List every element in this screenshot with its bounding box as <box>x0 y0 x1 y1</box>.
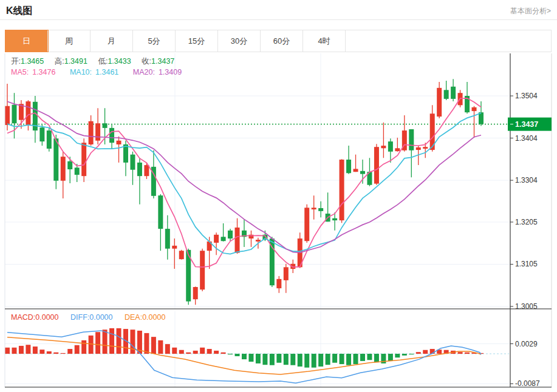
macd-hist-bar <box>256 354 261 363</box>
macd-hist-bar <box>402 354 407 356</box>
macd-hist-bar <box>39 350 44 354</box>
candle-body <box>256 240 261 242</box>
macd-hist-bar <box>172 348 177 354</box>
macd-hist-bar <box>248 354 253 362</box>
diff-value: 0.0000 <box>89 313 112 322</box>
macd-hist-bar <box>89 336 94 354</box>
candle-body <box>346 160 351 173</box>
macd-hist-bar <box>388 354 393 361</box>
candle-body <box>193 287 198 299</box>
candle-body <box>95 123 100 141</box>
macd-hist-bar <box>304 354 309 368</box>
macd-hist-bar <box>47 351 52 354</box>
ohlc-readout: 开:1.3465 高:1.3491 低:1.3433 收:1.3437 <box>11 56 183 67</box>
candle-body <box>228 231 233 238</box>
open-label: 开: <box>11 57 21 66</box>
close-value: 1.3437 <box>151 57 174 66</box>
candle-body <box>179 251 184 259</box>
candle-body <box>381 146 386 148</box>
candle-body <box>103 123 108 128</box>
axis-tick-label: 1.3105 <box>515 260 538 268</box>
candle-body <box>270 238 275 285</box>
tabbar-filler <box>346 30 551 52</box>
candle-body <box>200 251 205 289</box>
macd-hist-bar <box>117 328 121 354</box>
macd-hist-bar <box>409 354 414 354</box>
candle-body <box>423 147 428 149</box>
ma20-label: MA20: <box>133 68 155 76</box>
candle-body <box>221 237 226 241</box>
ma10-value: 1.3461 <box>95 68 118 76</box>
macd-hist-bar <box>67 349 72 354</box>
candle-body <box>130 155 135 170</box>
tab-period-1[interactable]: 周 <box>48 30 91 52</box>
macd-hist-bar <box>193 351 198 354</box>
macd-hist-bar <box>109 328 114 354</box>
candle-body <box>451 87 456 99</box>
candle-body <box>354 169 358 172</box>
macd-hist-bar <box>207 349 212 354</box>
macd-hist-bar <box>95 332 100 354</box>
candle-body <box>144 165 149 176</box>
candle-body <box>304 208 309 241</box>
ma20-value: 1.3409 <box>159 68 182 76</box>
macd-hist-bar <box>144 333 149 354</box>
candle-body <box>284 267 289 280</box>
candle-body <box>340 160 344 220</box>
low-label: 低: <box>98 57 108 66</box>
candle-body <box>444 90 449 99</box>
macd-hist-bar <box>75 345 80 354</box>
macd-hist-bar <box>12 348 16 354</box>
current-price-tag-label: 1.3437 <box>515 120 538 129</box>
macd-hist-bar <box>200 348 205 354</box>
candle-body <box>395 148 400 151</box>
macd-value: 0.0000 <box>35 313 58 322</box>
macd-hist-bar <box>130 329 135 354</box>
candle-body <box>61 157 66 181</box>
axis-tick-label: 1.3005 <box>515 302 538 311</box>
macd-hist-bar <box>214 351 219 354</box>
close-label: 收: <box>142 57 151 66</box>
macd-hist-bar <box>262 354 267 365</box>
macd-hist-bar <box>221 353 226 354</box>
macd-label: MACD: <box>11 313 35 322</box>
macd-hist-bar <box>416 352 421 354</box>
candle-body <box>117 141 121 144</box>
kline-chart-area[interactable]: 1.35041.34041.33041.32051.31051.30050.00… <box>0 53 557 392</box>
macd-hist-bar <box>5 348 10 354</box>
candle-body <box>109 128 114 143</box>
candle-body <box>75 167 80 175</box>
macd-hist-bar <box>395 354 400 357</box>
candle-body <box>81 143 86 176</box>
macd-hist-bar <box>186 353 191 354</box>
candle-body <box>12 105 16 124</box>
macd-hist-bar <box>423 350 428 354</box>
high-value: 1.3491 <box>64 57 87 66</box>
candle-body <box>89 121 94 144</box>
tab-period-0[interactable]: 日 <box>5 30 48 52</box>
axis-tick-label: 0.0029 <box>515 340 538 348</box>
ma5-value: 1.3476 <box>32 68 55 76</box>
high-label: 高: <box>55 57 64 66</box>
macd-hist-bar <box>26 345 30 354</box>
kline-page: { "header": { "title": "K线图", "link": "基… <box>0 0 557 392</box>
tab-period-4[interactable]: 15分 <box>176 30 218 52</box>
tab-period-2[interactable]: 月 <box>91 30 133 52</box>
tab-period-5[interactable]: 30分 <box>218 30 261 52</box>
macd-hist-bar <box>179 350 184 354</box>
macd-hist-bar <box>298 354 302 367</box>
tab-period-3[interactable]: 5分 <box>133 30 176 52</box>
macd-hist-bar <box>340 354 344 364</box>
macd-hist-bar <box>235 354 240 356</box>
macd-hist-bar <box>270 354 275 365</box>
macd-hist-bar <box>151 337 156 354</box>
tab-period-6[interactable]: 60分 <box>261 30 303 52</box>
tab-period-7[interactable]: 4时 <box>303 30 346 52</box>
candle-body <box>332 218 337 220</box>
macd-hist-bar <box>374 354 379 362</box>
macd-hist-bar <box>354 354 358 364</box>
candle-body <box>235 228 240 253</box>
fundamental-analysis-link[interactable]: 基本面分析> <box>510 6 551 16</box>
candle-body <box>374 147 379 183</box>
macd-hist-bar <box>284 354 289 365</box>
